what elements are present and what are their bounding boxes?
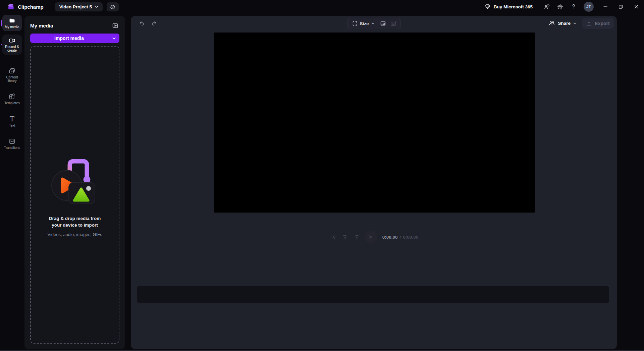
history-controls [137, 18, 159, 28]
play-button[interactable] [365, 231, 377, 243]
sidebar-item-label: Transitions [4, 146, 20, 150]
collapse-panel-button[interactable] [111, 21, 119, 30]
auto-captions-button[interactable]: cc [388, 18, 399, 29]
current-time: 0:00.00 [382, 235, 398, 240]
export-label: Export [595, 21, 609, 26]
media-panel-header: My media [30, 21, 119, 30]
chevron-down-icon [371, 22, 374, 24]
media-dropzone[interactable]: Drag & drop media from your device to im… [30, 46, 119, 344]
notification-dot [1, 44, 2, 45]
window-restore-button[interactable] [613, 0, 629, 13]
time-separator: / [400, 235, 401, 240]
size-label: Size [360, 21, 369, 26]
sidebar-item-label: Templates [4, 101, 20, 105]
avatar-initials: JT [586, 4, 591, 9]
chevron-down-icon [95, 6, 98, 8]
sidebar-item-label: Text [9, 124, 15, 127]
premium-diamond-icon [485, 4, 491, 9]
close-icon [634, 4, 639, 9]
window-close-button[interactable] [629, 0, 644, 13]
minimize-icon [603, 4, 608, 9]
redo-icon [151, 20, 157, 26]
sidebar-item-label: My media [5, 25, 19, 29]
timeline-track[interactable] [137, 286, 609, 303]
import-media-button[interactable]: Import media [30, 34, 108, 43]
rewind-5-icon: 5 [342, 234, 348, 240]
sidebar-item-transitions[interactable]: Transitions [2, 135, 22, 152]
sidebar-item-content-library[interactable]: Content library [2, 65, 22, 85]
person-feedback-icon [544, 4, 550, 10]
import-media-split-button[interactable]: Import media [30, 34, 119, 43]
help-icon: ? [572, 4, 575, 10]
cloud-off-icon [110, 4, 116, 10]
skip-to-start-icon [330, 234, 336, 240]
time-display: 0:00.00 / 0:00.00 [382, 235, 418, 240]
buy-microsoft-365-label: Buy Microsoft 365 [494, 4, 533, 9]
dropzone-title: Drag & drop media from your device to im… [49, 215, 101, 229]
export-button[interactable]: Export [582, 18, 614, 29]
crop-size-icon [352, 21, 357, 26]
total-time: 0:00.00 [403, 235, 418, 240]
canvas-toolbar: Size cc [347, 18, 400, 29]
facing-triangles-icon [9, 138, 15, 144]
people-share-icon [549, 20, 555, 26]
cloud-sync-off-button[interactable] [107, 2, 119, 11]
import-media-options-button[interactable] [108, 34, 119, 43]
rewind-5-seconds-button[interactable]: 5 [341, 233, 349, 241]
project-name: Video Project 5 [59, 4, 92, 9]
redo-button[interactable] [149, 18, 159, 28]
app-title: Clipchamp [18, 4, 44, 10]
chevron-down-icon [112, 37, 116, 40]
preview-playback-divider [131, 227, 617, 227]
export-share-controls: Share Export [545, 18, 614, 29]
sidebar-item-text[interactable]: T Text [2, 113, 22, 130]
restore-icon [618, 4, 624, 9]
sidebar-item-my-media[interactable]: My media [2, 15, 22, 31]
captions-cc-icon: cc [390, 21, 397, 26]
share-button[interactable]: Share [545, 18, 580, 29]
background-color-icon [380, 21, 386, 26]
stacked-cards-note-icon [9, 68, 15, 74]
chevron-down-icon [573, 22, 576, 24]
svg-text:5: 5 [356, 236, 358, 240]
dropzone-subtitle: Videos, audio, images, GIFs [47, 232, 102, 237]
share-label: Share [558, 21, 571, 26]
sidebar-item-templates[interactable]: Templates [2, 91, 22, 107]
undo-icon [139, 20, 145, 26]
project-name-button[interactable]: Video Project 5 [55, 2, 103, 11]
video-camera-icon [9, 38, 16, 44]
account-avatar[interactable]: JT [584, 2, 594, 12]
text-t-icon: T [10, 116, 14, 122]
active-indicator-bar [1, 20, 2, 26]
settings-button[interactable] [555, 1, 566, 12]
sidebar-item-label: Record & create [3, 45, 21, 52]
forward-5-seconds-button[interactable]: 5 [353, 233, 361, 241]
svg-text:5: 5 [344, 236, 346, 240]
clipchamp-logo-icon [7, 3, 15, 10]
gear-icon [557, 4, 563, 10]
forward-5-icon: 5 [354, 234, 360, 240]
media-types-illustration [50, 153, 99, 207]
help-button[interactable]: ? [568, 1, 579, 12]
window-minimize-button[interactable] [598, 0, 613, 13]
background-color-button[interactable] [378, 18, 388, 29]
brand: Clipchamp [7, 3, 44, 10]
feedback-button[interactable] [541, 1, 552, 12]
grid-diamond-icon [9, 94, 15, 100]
skip-to-start-button[interactable] [329, 233, 337, 241]
folder-icon [9, 18, 15, 24]
buy-microsoft-365-button[interactable]: Buy Microsoft 365 [485, 4, 533, 9]
size-button[interactable]: Size [348, 18, 377, 29]
undo-button[interactable] [137, 18, 147, 28]
window-bottom-edge [0, 350, 644, 351]
play-icon [368, 234, 373, 240]
collapse-panel-icon [112, 23, 118, 28]
sidebar-item-record-create[interactable]: Record & create [2, 35, 22, 55]
svg-text:cc: cc [392, 22, 394, 25]
sidebar-item-label: Content library [3, 75, 21, 83]
sidebar: My media Record & create Content library [0, 13, 24, 351]
panel-title: My media [30, 23, 53, 28]
media-panel-card: My media Import media [24, 16, 125, 349]
video-preview-canvas [214, 33, 535, 213]
top-bar: Clipchamp Video Project 5 Buy Microsoft … [0, 0, 644, 13]
